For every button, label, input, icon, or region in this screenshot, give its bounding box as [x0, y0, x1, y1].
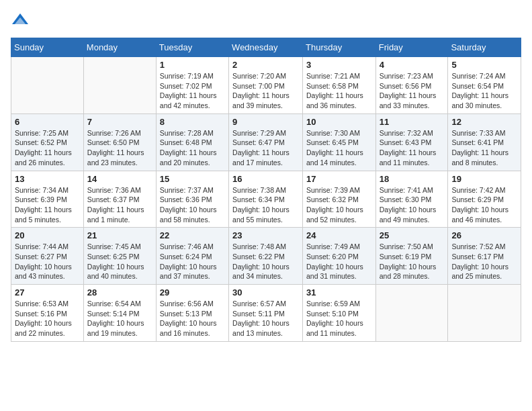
- day-info: Sunrise: 7:42 AMSunset: 6:29 PMDaylight:…: [451, 185, 517, 225]
- calendar-cell: 30Sunrise: 6:57 AMSunset: 5:11 PMDayligh…: [229, 285, 303, 342]
- calendar-cell: 29Sunrise: 6:56 AMSunset: 5:13 PMDayligh…: [156, 285, 228, 342]
- calendar-cell: 19Sunrise: 7:42 AMSunset: 6:29 PMDayligh…: [448, 171, 521, 228]
- day-number: 17: [306, 174, 372, 184]
- calendar-cell: 20Sunrise: 7:44 AMSunset: 6:27 PMDayligh…: [11, 228, 84, 285]
- calendar-cell: 11Sunrise: 7:32 AMSunset: 6:43 PMDayligh…: [375, 113, 448, 171]
- day-number: 18: [380, 174, 445, 184]
- day-info: Sunrise: 6:57 AMSunset: 5:11 PMDaylight:…: [232, 299, 299, 338]
- weekday-header-thursday: Thursday: [303, 38, 376, 57]
- calendar-cell: 24Sunrise: 7:49 AMSunset: 6:20 PMDayligh…: [303, 228, 376, 285]
- day-number: 14: [87, 174, 152, 184]
- day-info: Sunrise: 7:49 AMSunset: 6:20 PMDaylight:…: [306, 242, 372, 281]
- calendar-cell: 2Sunrise: 7:20 AMSunset: 7:00 PMDaylight…: [229, 57, 303, 114]
- calendar-cell: 22Sunrise: 7:46 AMSunset: 6:24 PMDayligh…: [156, 228, 228, 285]
- day-number: 24: [306, 230, 372, 240]
- calendar-cell: 21Sunrise: 7:45 AMSunset: 6:25 PMDayligh…: [83, 228, 156, 285]
- weekday-header-sunday: Sunday: [11, 38, 84, 57]
- day-info: Sunrise: 7:23 AMSunset: 6:56 PMDaylight:…: [380, 71, 445, 111]
- day-number: 21: [87, 230, 152, 240]
- day-info: Sunrise: 7:26 AMSunset: 6:50 PMDaylight:…: [87, 128, 152, 168]
- weekday-header-monday: Monday: [83, 38, 156, 57]
- day-number: 26: [451, 230, 517, 240]
- calendar-cell: 18Sunrise: 7:41 AMSunset: 6:30 PMDayligh…: [375, 171, 448, 228]
- day-info: Sunrise: 7:30 AMSunset: 6:45 PMDaylight:…: [306, 128, 372, 168]
- day-number: 5: [451, 60, 517, 70]
- day-number: 2: [232, 60, 299, 70]
- day-number: 31: [306, 287, 372, 298]
- calendar-cell: 17Sunrise: 7:39 AMSunset: 6:32 PMDayligh…: [303, 171, 376, 228]
- day-info: Sunrise: 7:39 AMSunset: 6:32 PMDaylight:…: [306, 185, 372, 225]
- day-info: Sunrise: 7:32 AMSunset: 6:43 PMDaylight:…: [380, 128, 445, 168]
- weekday-header-friday: Friday: [375, 38, 448, 57]
- calendar-cell: 12Sunrise: 7:33 AMSunset: 6:41 PMDayligh…: [448, 113, 521, 171]
- day-number: 20: [15, 230, 80, 240]
- weekday-header-saturday: Saturday: [448, 38, 521, 57]
- day-info: Sunrise: 6:54 AMSunset: 5:14 PMDaylight:…: [87, 299, 152, 338]
- calendar-cell: 6Sunrise: 7:25 AMSunset: 6:52 PMDaylight…: [11, 113, 84, 171]
- calendar-cell: 13Sunrise: 7:34 AMSunset: 6:39 PMDayligh…: [11, 171, 84, 228]
- day-number: 27: [15, 287, 80, 298]
- day-info: Sunrise: 7:19 AMSunset: 7:02 PMDaylight:…: [160, 71, 225, 111]
- logo-icon: [11, 11, 30, 30]
- calendar-cell: 4Sunrise: 7:23 AMSunset: 6:56 PMDaylight…: [375, 57, 448, 114]
- day-number: 1: [160, 60, 225, 70]
- day-info: Sunrise: 7:52 AMSunset: 6:17 PMDaylight:…: [451, 242, 517, 281]
- calendar-cell: 23Sunrise: 7:48 AMSunset: 6:22 PMDayligh…: [229, 228, 303, 285]
- day-info: Sunrise: 7:28 AMSunset: 6:48 PMDaylight:…: [160, 128, 225, 168]
- day-info: Sunrise: 7:41 AMSunset: 6:30 PMDaylight:…: [380, 185, 445, 225]
- day-number: 9: [232, 117, 299, 127]
- day-number: 22: [160, 230, 225, 240]
- calendar-cell: [83, 57, 156, 114]
- day-info: Sunrise: 7:38 AMSunset: 6:34 PMDaylight:…: [232, 185, 299, 225]
- calendar-table: SundayMondayTuesdayWednesdayThursdayFrid…: [11, 38, 521, 342]
- day-info: Sunrise: 7:33 AMSunset: 6:41 PMDaylight:…: [451, 128, 517, 168]
- day-number: 3: [306, 60, 372, 70]
- day-info: Sunrise: 6:53 AMSunset: 5:16 PMDaylight:…: [15, 299, 80, 338]
- day-number: 10: [306, 117, 372, 127]
- day-number: 12: [451, 117, 517, 127]
- calendar-cell: 10Sunrise: 7:30 AMSunset: 6:45 PMDayligh…: [303, 113, 376, 171]
- calendar-cell: 3Sunrise: 7:21 AMSunset: 6:58 PMDaylight…: [303, 57, 376, 114]
- day-number: 13: [15, 174, 80, 184]
- day-info: Sunrise: 6:56 AMSunset: 5:13 PMDaylight:…: [160, 299, 225, 338]
- calendar-cell: 25Sunrise: 7:50 AMSunset: 6:19 PMDayligh…: [375, 228, 448, 285]
- weekday-header-wednesday: Wednesday: [229, 38, 303, 57]
- calendar-cell: 27Sunrise: 6:53 AMSunset: 5:16 PMDayligh…: [11, 285, 84, 342]
- calendar-cell: 9Sunrise: 7:29 AMSunset: 6:47 PMDaylight…: [229, 113, 303, 171]
- logo: [11, 11, 32, 30]
- calendar-cell: 14Sunrise: 7:36 AMSunset: 6:37 PMDayligh…: [83, 171, 156, 228]
- calendar-cell: [448, 285, 521, 342]
- calendar-cell: 28Sunrise: 6:54 AMSunset: 5:14 PMDayligh…: [83, 285, 156, 342]
- calendar-cell: 26Sunrise: 7:52 AMSunset: 6:17 PMDayligh…: [448, 228, 521, 285]
- day-number: 29: [160, 287, 225, 298]
- calendar-cell: [11, 57, 84, 114]
- day-info: Sunrise: 7:34 AMSunset: 6:39 PMDaylight:…: [15, 185, 80, 225]
- day-number: 15: [160, 174, 225, 184]
- day-number: 16: [232, 174, 299, 184]
- day-number: 11: [380, 117, 445, 127]
- day-number: 19: [451, 174, 517, 184]
- calendar-cell: 15Sunrise: 7:37 AMSunset: 6:36 PMDayligh…: [156, 171, 228, 228]
- calendar-cell: 31Sunrise: 6:59 AMSunset: 5:10 PMDayligh…: [303, 285, 376, 342]
- day-number: 4: [380, 60, 445, 70]
- day-number: 28: [87, 287, 152, 298]
- day-info: Sunrise: 7:50 AMSunset: 6:19 PMDaylight:…: [380, 242, 445, 281]
- day-number: 7: [87, 117, 152, 127]
- day-info: Sunrise: 7:46 AMSunset: 6:24 PMDaylight:…: [160, 242, 225, 281]
- day-info: Sunrise: 6:59 AMSunset: 5:10 PMDaylight:…: [306, 299, 372, 338]
- weekday-header-tuesday: Tuesday: [156, 38, 228, 57]
- day-info: Sunrise: 7:21 AMSunset: 6:58 PMDaylight:…: [306, 71, 372, 111]
- calendar-cell: 1Sunrise: 7:19 AMSunset: 7:02 PMDaylight…: [156, 57, 228, 114]
- calendar-cell: 8Sunrise: 7:28 AMSunset: 6:48 PMDaylight…: [156, 113, 228, 171]
- day-info: Sunrise: 7:44 AMSunset: 6:27 PMDaylight:…: [15, 242, 80, 281]
- day-number: 30: [232, 287, 299, 298]
- day-info: Sunrise: 7:29 AMSunset: 6:47 PMDaylight:…: [232, 128, 299, 168]
- page-header: [11, 11, 521, 30]
- day-info: Sunrise: 7:45 AMSunset: 6:25 PMDaylight:…: [87, 242, 152, 281]
- day-number: 6: [15, 117, 80, 127]
- day-info: Sunrise: 7:25 AMSunset: 6:52 PMDaylight:…: [15, 128, 80, 168]
- calendar-cell: 5Sunrise: 7:24 AMSunset: 6:54 PMDaylight…: [448, 57, 521, 114]
- calendar-cell: 7Sunrise: 7:26 AMSunset: 6:50 PMDaylight…: [83, 113, 156, 171]
- day-info: Sunrise: 7:20 AMSunset: 7:00 PMDaylight:…: [232, 71, 299, 111]
- day-number: 8: [160, 117, 225, 127]
